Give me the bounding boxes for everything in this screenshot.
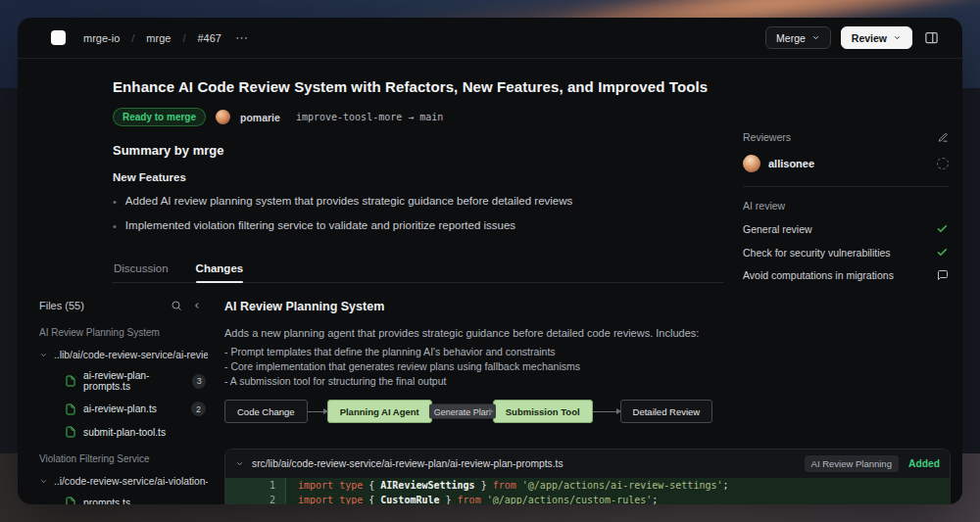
check-icon [936,222,949,235]
line-number: 1 [225,478,286,493]
diff-file-path: src/lib/ai/code-review-service/ai-review… [252,458,564,469]
file-tree: Files (55) AI Review Planning System..li… [18,300,208,504]
flow-arrow [308,411,327,412]
line-code: import type { AIReviewSettings } from '@… [286,478,729,493]
diff-file-header[interactable]: src/lib/ai/code-review-service/ai-review… [225,450,950,478]
reviewer-avatar [743,155,760,172]
flow-node-planning-ai-agent: Planning AI Agent [327,400,432,423]
ai-review-item[interactable]: Check for security vulnerabilities [743,246,949,259]
file-row[interactable]: prompts.ts [39,497,208,504]
file-added-icon [65,497,76,504]
pr-meta-row: Ready to merge pomarie improve-toosl-mor… [113,108,723,126]
ai-review-item[interactable]: General review [743,222,949,235]
chevron-down-icon[interactable] [235,459,244,468]
files-count-label: Files (55) [39,300,84,311]
file-name: submit-plan-tool.ts [83,427,166,438]
sidebar-divider [743,186,949,187]
file-name: ai-review-plan-prompts.ts [83,370,185,392]
diff-panel: src/lib/ai/code-review-service/ai-review… [224,449,951,504]
change-point: - Core implementation that generates rev… [224,360,951,373]
top-bar: mrge-io / mrge / #467 ⋯ Merge Review [18,18,962,59]
folder-path: ..lib/ai/code-review-service/ai-review-p… [54,350,208,360]
summary-heading: Summary by mrge [113,143,723,158]
check-icon [936,246,949,259]
summary-bullet: •Implemented violation filtering service… [113,219,723,233]
change-detail-pane: AI Review Planning System Adds a new pla… [208,300,962,504]
tab-discussion[interactable]: Discussion [114,262,169,282]
breadcrumb-separator: / [182,32,185,44]
author-name[interactable]: pomarie [240,112,280,123]
folder-row[interactable]: ..lib/ai/code-review-service/ai-review-p… [39,350,208,360]
change-point: - Prompt templates that define the plann… [224,346,951,358]
tab-changes[interactable]: Changes [196,262,244,282]
review-button[interactable]: Review [841,26,912,49]
status-badge: Ready to merge [113,108,206,126]
ai-review-item-label: Avoid computations in migrations [743,269,894,281]
reviewers-header: Reviewers [743,131,949,143]
collapse-sidebar-icon[interactable] [192,301,202,310]
pr-title: Enhance AI Code Review System with Refac… [113,78,723,95]
line-number: 2 [225,493,286,504]
summary-bullet: •Added AI review planning system that pr… [113,195,723,209]
breadcrumb-separator: / [131,32,134,44]
diff-header-right: AI Review Planning Added [805,455,940,472]
file-group-label: AI Review Planning System [39,327,208,338]
change-group-points: - Prompt templates that define the plann… [224,346,951,388]
pr-main-column: Enhance AI Code Review System with Refac… [113,78,723,283]
flow-node-code-change: Code Change [224,400,308,423]
change-group-intro: Adds a new planning agent that provides … [224,327,951,339]
review-button-label: Review [852,32,887,44]
app-window: mrge-io / mrge / #467 ⋯ Merge Review [18,18,962,504]
ai-review-item-label: Check for security vulnerabilities [743,247,891,259]
chevron-down-icon [39,477,48,486]
bullet-text: Added AI review planning system that pro… [125,195,572,209]
chevron-down-icon [893,33,902,42]
changes-section: Files (55) AI Review Planning System..li… [18,300,962,504]
comment-icon[interactable] [937,269,949,281]
flow-node-detailed-review: Detailed Review [620,400,713,423]
ai-review-item[interactable]: Avoid computations in migrations [743,269,949,281]
file-added-icon [65,375,76,387]
diff-line: 1import type { AIReviewSettings } from '… [225,478,950,493]
line-code: import type { CustomRule } from '@/app/a… [286,493,658,504]
review-pending-icon[interactable] [937,158,949,169]
comment-count-badge: 3 [192,374,206,389]
author-avatar[interactable] [216,110,230,124]
breadcrumb-org[interactable]: mrge-io [83,32,120,44]
file-row[interactable]: ai-review-plan.ts2 [39,402,208,416]
search-icon[interactable] [171,300,182,311]
file-name: ai-review-plan.ts [83,403,157,414]
folder-row[interactable]: ..i/code-review-service/ai-violation-fil… [39,476,208,487]
branch-info: improve-toosl-more → main [296,112,444,122]
change-point: - A submission tool for structuring the … [224,375,951,388]
merge-button[interactable]: Merge [765,26,831,49]
top-bar-actions: Merge Review [765,26,939,49]
file-added-icon [65,403,76,415]
change-group-heading: AI Review Planning System [224,300,951,313]
pr-header-section: Enhance AI Code Review System with Refac… [18,59,962,283]
app-logo-icon[interactable] [51,30,66,45]
file-row[interactable]: ai-review-plan-prompts.ts3 [39,370,208,392]
diff-code: 1import type { AIReviewSettings } from '… [225,478,950,504]
diff-line: 2import type { CustomRule } from '@/app/… [225,493,950,504]
file-added-icon [65,426,76,438]
file-row[interactable]: submit-plan-tool.ts [39,426,208,438]
breadcrumb: mrge-io / mrge / #467 ⋯ [51,30,249,45]
edit-reviewers-icon[interactable] [938,132,949,143]
breadcrumb-repo[interactable]: mrge [146,32,171,44]
file-name: prompts.ts [83,498,130,505]
flow-edge-label: Generate Plan [429,404,496,419]
flow-arrow: Generate Plan [432,411,493,412]
bullet-text: Implemented violation filtering service … [125,219,515,233]
panel-toggle-icon[interactable] [924,30,939,45]
diff-group-badge: AI Review Planning [805,455,899,472]
features-subheading: New Features [113,171,723,183]
reviewer-row[interactable]: allisonee [743,155,949,172]
folder-path: ..i/code-review-service/ai-violation-fil… [54,476,208,487]
summary-bullet-list: •Added AI review planning system that pr… [113,195,723,233]
more-menu-icon[interactable]: ⋯ [235,30,249,45]
breadcrumb-pr-number[interactable]: #467 [197,32,220,44]
chevron-down-icon [39,351,48,359]
bullet-dot-icon: • [113,219,117,233]
flow-node-submission-tool: Submission Tool [493,400,593,423]
